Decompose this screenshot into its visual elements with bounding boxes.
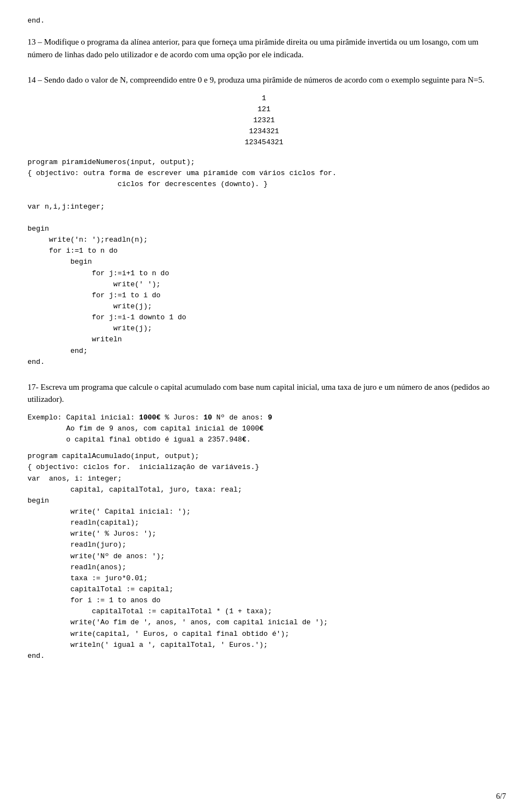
page-number: 6/7 <box>496 792 506 801</box>
section-17-body: Escreva um programa que calcule o capita… <box>28 383 490 404</box>
pyramid-line-1: 1 <box>28 93 501 104</box>
section-14-text: 14 – Sendo dado o valor de N, compreendi… <box>28 74 501 86</box>
section-13-body: Modifique o programa da alínea anterior,… <box>28 37 479 59</box>
section-13-text: 13 – Modifique o programa da alínea ante… <box>28 36 501 61</box>
top-end: end. <box>28 17 501 25</box>
section-14-label: 14 – <box>28 75 42 84</box>
section-17-label: 17- <box>28 383 38 391</box>
example-17: Exemplo: Capital inicial: 1000€ % Juros:… <box>28 412 501 445</box>
section-17: 17- Escreva um programa que calcule o ca… <box>28 381 501 662</box>
section-14-body: Sendo dado o valor de N, compreendido en… <box>44 75 485 84</box>
section-13-label: 13 – <box>28 37 42 46</box>
section-17-text: 17- Escreva um programa que calcule o ca… <box>28 381 501 406</box>
section-13: 13 – Modifique o programa da alínea ante… <box>28 36 501 61</box>
program-14-code: program piramideNumeros(input, output); … <box>28 157 501 368</box>
program-17-code: program capitalAcumulado(input, output);… <box>28 451 501 662</box>
pyramid-display: 1 121 12321 1234321 123454321 <box>28 93 501 149</box>
page-content: end. 13 – Modifique o programa da alínea… <box>28 17 501 662</box>
pyramid-line-2: 121 <box>28 104 501 115</box>
pyramid-line-3: 12321 <box>28 115 501 126</box>
section-14: 14 – Sendo dado o valor de N, compreendi… <box>28 74 501 368</box>
pyramid-line-4: 1234321 <box>28 126 501 137</box>
pyramid-line-5: 123454321 <box>28 137 501 148</box>
